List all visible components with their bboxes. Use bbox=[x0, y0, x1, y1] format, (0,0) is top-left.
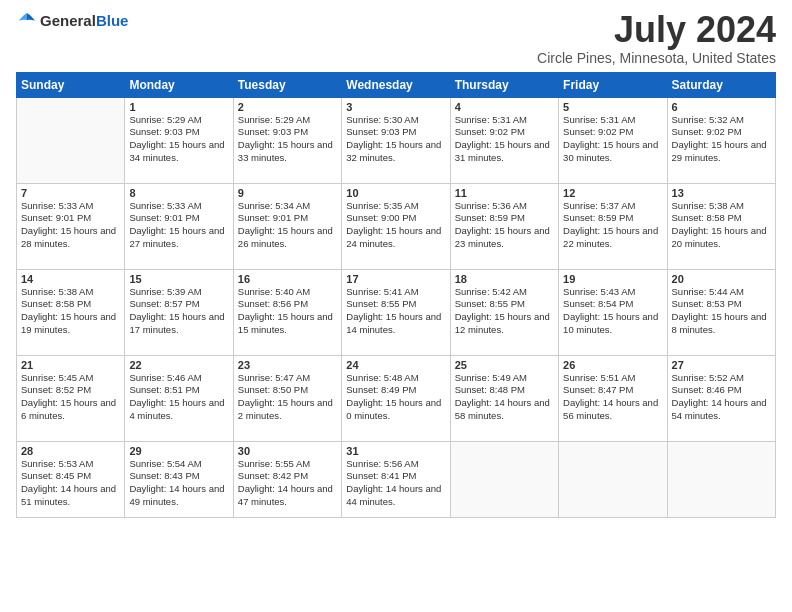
calendar-week-row: 7Sunrise: 5:33 AM Sunset: 9:01 PM Daylig… bbox=[17, 183, 776, 269]
calendar-cell: 4Sunrise: 5:31 AM Sunset: 9:02 PM Daylig… bbox=[450, 97, 558, 183]
day-number: 9 bbox=[238, 187, 337, 199]
day-detail: Sunrise: 5:36 AM Sunset: 8:59 PM Dayligh… bbox=[455, 200, 554, 251]
weekday-header: Tuesday bbox=[233, 72, 341, 97]
day-number: 10 bbox=[346, 187, 445, 199]
day-detail: Sunrise: 5:40 AM Sunset: 8:56 PM Dayligh… bbox=[238, 286, 337, 337]
day-detail: Sunrise: 5:33 AM Sunset: 9:01 PM Dayligh… bbox=[129, 200, 228, 251]
day-detail: Sunrise: 5:38 AM Sunset: 8:58 PM Dayligh… bbox=[672, 200, 771, 251]
day-detail: Sunrise: 5:44 AM Sunset: 8:53 PM Dayligh… bbox=[672, 286, 771, 337]
calendar-cell: 28Sunrise: 5:53 AM Sunset: 8:45 PM Dayli… bbox=[17, 441, 125, 517]
day-number: 4 bbox=[455, 101, 554, 113]
day-detail: Sunrise: 5:38 AM Sunset: 8:58 PM Dayligh… bbox=[21, 286, 120, 337]
day-number: 19 bbox=[563, 273, 662, 285]
month-year: July 2024 bbox=[537, 10, 776, 50]
day-detail: Sunrise: 5:53 AM Sunset: 8:45 PM Dayligh… bbox=[21, 458, 120, 509]
calendar-cell: 1Sunrise: 5:29 AM Sunset: 9:03 PM Daylig… bbox=[125, 97, 233, 183]
day-detail: Sunrise: 5:52 AM Sunset: 8:46 PM Dayligh… bbox=[672, 372, 771, 423]
day-number: 27 bbox=[672, 359, 771, 371]
day-detail: Sunrise: 5:39 AM Sunset: 8:57 PM Dayligh… bbox=[129, 286, 228, 337]
day-number: 28 bbox=[21, 445, 120, 457]
day-number: 26 bbox=[563, 359, 662, 371]
day-number: 24 bbox=[346, 359, 445, 371]
day-detail: Sunrise: 5:34 AM Sunset: 9:01 PM Dayligh… bbox=[238, 200, 337, 251]
day-detail: Sunrise: 5:30 AM Sunset: 9:03 PM Dayligh… bbox=[346, 114, 445, 165]
day-detail: Sunrise: 5:51 AM Sunset: 8:47 PM Dayligh… bbox=[563, 372, 662, 423]
page: GeneralBlue July 2024 Circle Pines, Minn… bbox=[0, 0, 792, 612]
day-number: 6 bbox=[672, 101, 771, 113]
calendar-cell: 20Sunrise: 5:44 AM Sunset: 8:53 PM Dayli… bbox=[667, 269, 775, 355]
calendar-table: SundayMondayTuesdayWednesdayThursdayFrid… bbox=[16, 72, 776, 518]
day-number: 11 bbox=[455, 187, 554, 199]
location: Circle Pines, Minnesota, United States bbox=[537, 50, 776, 66]
day-number: 21 bbox=[21, 359, 120, 371]
logo-text: GeneralBlue bbox=[40, 12, 128, 30]
day-number: 20 bbox=[672, 273, 771, 285]
day-number: 30 bbox=[238, 445, 337, 457]
day-number: 17 bbox=[346, 273, 445, 285]
calendar-cell: 25Sunrise: 5:49 AM Sunset: 8:48 PM Dayli… bbox=[450, 355, 558, 441]
calendar-cell: 10Sunrise: 5:35 AM Sunset: 9:00 PM Dayli… bbox=[342, 183, 450, 269]
weekday-header: Thursday bbox=[450, 72, 558, 97]
calendar-cell: 8Sunrise: 5:33 AM Sunset: 9:01 PM Daylig… bbox=[125, 183, 233, 269]
calendar-cell: 14Sunrise: 5:38 AM Sunset: 8:58 PM Dayli… bbox=[17, 269, 125, 355]
calendar-cell: 5Sunrise: 5:31 AM Sunset: 9:02 PM Daylig… bbox=[559, 97, 667, 183]
calendar-header-row: SundayMondayTuesdayWednesdayThursdayFrid… bbox=[17, 72, 776, 97]
calendar-cell: 9Sunrise: 5:34 AM Sunset: 9:01 PM Daylig… bbox=[233, 183, 341, 269]
day-number: 15 bbox=[129, 273, 228, 285]
logo: GeneralBlue bbox=[16, 10, 128, 32]
calendar-cell: 22Sunrise: 5:46 AM Sunset: 8:51 PM Dayli… bbox=[125, 355, 233, 441]
day-number: 7 bbox=[21, 187, 120, 199]
calendar-cell: 11Sunrise: 5:36 AM Sunset: 8:59 PM Dayli… bbox=[450, 183, 558, 269]
day-number: 13 bbox=[672, 187, 771, 199]
day-number: 12 bbox=[563, 187, 662, 199]
calendar-cell: 30Sunrise: 5:55 AM Sunset: 8:42 PM Dayli… bbox=[233, 441, 341, 517]
header: GeneralBlue July 2024 Circle Pines, Minn… bbox=[16, 10, 776, 66]
calendar-cell: 24Sunrise: 5:48 AM Sunset: 8:49 PM Dayli… bbox=[342, 355, 450, 441]
day-detail: Sunrise: 5:48 AM Sunset: 8:49 PM Dayligh… bbox=[346, 372, 445, 423]
day-detail: Sunrise: 5:29 AM Sunset: 9:03 PM Dayligh… bbox=[129, 114, 228, 165]
day-number: 31 bbox=[346, 445, 445, 457]
calendar-cell bbox=[450, 441, 558, 517]
day-detail: Sunrise: 5:45 AM Sunset: 8:52 PM Dayligh… bbox=[21, 372, 120, 423]
day-number: 14 bbox=[21, 273, 120, 285]
weekday-header: Monday bbox=[125, 72, 233, 97]
day-detail: Sunrise: 5:37 AM Sunset: 8:59 PM Dayligh… bbox=[563, 200, 662, 251]
day-detail: Sunrise: 5:49 AM Sunset: 8:48 PM Dayligh… bbox=[455, 372, 554, 423]
calendar-cell: 3Sunrise: 5:30 AM Sunset: 9:03 PM Daylig… bbox=[342, 97, 450, 183]
weekday-header: Saturday bbox=[667, 72, 775, 97]
calendar-cell: 6Sunrise: 5:32 AM Sunset: 9:02 PM Daylig… bbox=[667, 97, 775, 183]
logo-icon bbox=[16, 10, 38, 32]
day-detail: Sunrise: 5:41 AM Sunset: 8:55 PM Dayligh… bbox=[346, 286, 445, 337]
day-number: 2 bbox=[238, 101, 337, 113]
weekday-header: Friday bbox=[559, 72, 667, 97]
calendar-cell: 16Sunrise: 5:40 AM Sunset: 8:56 PM Dayli… bbox=[233, 269, 341, 355]
day-detail: Sunrise: 5:43 AM Sunset: 8:54 PM Dayligh… bbox=[563, 286, 662, 337]
day-detail: Sunrise: 5:35 AM Sunset: 9:00 PM Dayligh… bbox=[346, 200, 445, 251]
calendar-cell: 12Sunrise: 5:37 AM Sunset: 8:59 PM Dayli… bbox=[559, 183, 667, 269]
weekday-header: Sunday bbox=[17, 72, 125, 97]
calendar-cell: 26Sunrise: 5:51 AM Sunset: 8:47 PM Dayli… bbox=[559, 355, 667, 441]
header-right: July 2024 Circle Pines, Minnesota, Unite… bbox=[537, 10, 776, 66]
day-number: 25 bbox=[455, 359, 554, 371]
calendar-cell: 7Sunrise: 5:33 AM Sunset: 9:01 PM Daylig… bbox=[17, 183, 125, 269]
calendar-week-row: 28Sunrise: 5:53 AM Sunset: 8:45 PM Dayli… bbox=[17, 441, 776, 517]
day-detail: Sunrise: 5:32 AM Sunset: 9:02 PM Dayligh… bbox=[672, 114, 771, 165]
calendar-cell: 23Sunrise: 5:47 AM Sunset: 8:50 PM Dayli… bbox=[233, 355, 341, 441]
day-number: 3 bbox=[346, 101, 445, 113]
day-detail: Sunrise: 5:29 AM Sunset: 9:03 PM Dayligh… bbox=[238, 114, 337, 165]
day-detail: Sunrise: 5:47 AM Sunset: 8:50 PM Dayligh… bbox=[238, 372, 337, 423]
calendar-cell bbox=[17, 97, 125, 183]
calendar-cell: 19Sunrise: 5:43 AM Sunset: 8:54 PM Dayli… bbox=[559, 269, 667, 355]
day-detail: Sunrise: 5:31 AM Sunset: 9:02 PM Dayligh… bbox=[563, 114, 662, 165]
calendar-cell bbox=[667, 441, 775, 517]
day-number: 29 bbox=[129, 445, 228, 457]
calendar-cell: 2Sunrise: 5:29 AM Sunset: 9:03 PM Daylig… bbox=[233, 97, 341, 183]
calendar-cell: 31Sunrise: 5:56 AM Sunset: 8:41 PM Dayli… bbox=[342, 441, 450, 517]
day-number: 18 bbox=[455, 273, 554, 285]
day-detail: Sunrise: 5:46 AM Sunset: 8:51 PM Dayligh… bbox=[129, 372, 228, 423]
weekday-header: Wednesday bbox=[342, 72, 450, 97]
day-number: 8 bbox=[129, 187, 228, 199]
calendar-cell: 18Sunrise: 5:42 AM Sunset: 8:55 PM Dayli… bbox=[450, 269, 558, 355]
calendar-week-row: 14Sunrise: 5:38 AM Sunset: 8:58 PM Dayli… bbox=[17, 269, 776, 355]
day-number: 5 bbox=[563, 101, 662, 113]
